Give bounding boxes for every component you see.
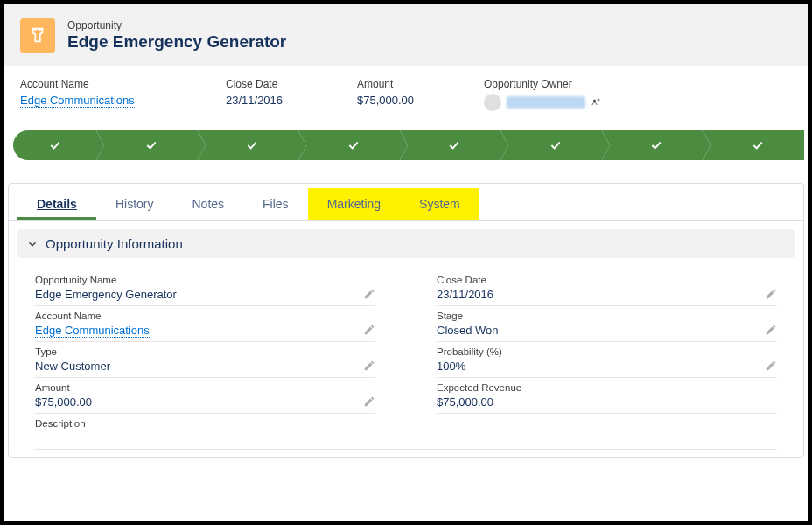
field-value: Edge Communications — [35, 324, 375, 338]
field-label: Type — [35, 346, 375, 357]
path-step[interactable] — [408, 130, 501, 160]
summary-close-date: Close Date 23/11/2016 — [226, 78, 357, 111]
section-header-opportunity-information[interactable]: Opportunity Information — [18, 229, 794, 258]
field-value: $75,000.00 — [35, 396, 375, 410]
field-value: $75,000.00 — [437, 396, 777, 410]
path-step[interactable] — [508, 130, 602, 160]
record-header: Opportunity Edge Emergency Generator — [4, 4, 808, 66]
check-icon — [144, 138, 158, 152]
field-amount: Amount$75,000.00 — [35, 378, 375, 414]
path-step[interactable] — [306, 130, 400, 160]
edit-icon[interactable] — [765, 324, 777, 336]
path-step[interactable] — [206, 130, 299, 160]
field-stage: StageClosed Won — [437, 306, 777, 342]
field-value: 23/11/2016 — [437, 288, 777, 302]
edit-icon[interactable] — [765, 288, 777, 300]
path-steps — [13, 130, 804, 160]
account-link[interactable]: Edge Communications — [20, 94, 135, 108]
field-label: Probability (%) — [437, 346, 777, 357]
check-icon — [447, 138, 461, 152]
tab-marketing[interactable]: Marketing — [308, 188, 400, 220]
check-icon — [48, 138, 62, 152]
field-label: Opportunity Name — [35, 275, 375, 285]
path-step[interactable] — [13, 130, 96, 160]
summary-label: Amount — [357, 78, 484, 90]
record-body: DetailsHistoryNotesFilesMarketingSystem … — [8, 183, 804, 458]
field-value: Edge Emergency Generator — [35, 288, 375, 302]
summary-value: 23/11/2016 — [226, 94, 357, 107]
change-owner-icon[interactable] — [591, 97, 601, 108]
summary-label: Opportunity Owner — [484, 78, 659, 90]
field-probability: Probability (%)100% — [437, 342, 777, 378]
page-title: Edge Emergency Generator — [67, 32, 286, 52]
field-label: Stage — [437, 311, 777, 321]
highlights-panel: Account Name Edge Communications Close D… — [4, 66, 808, 127]
header-text: Opportunity Edge Emergency Generator — [67, 19, 286, 52]
field-account_name: Account NameEdge Communications — [35, 306, 375, 342]
tab-details[interactable]: Details — [18, 188, 96, 220]
edit-icon[interactable] — [363, 324, 375, 336]
path-step[interactable] — [710, 130, 804, 160]
avatar — [484, 94, 501, 111]
field-opportunity_name: Opportunity NameEdge Emergency Generator — [35, 270, 375, 306]
object-label: Opportunity — [67, 19, 286, 32]
summary-account-name: Account Name Edge Communications — [20, 78, 226, 111]
tab-notes[interactable]: Notes — [172, 188, 243, 220]
svg-point-0 — [593, 100, 596, 102]
field-type: TypeNew Customer — [35, 342, 375, 378]
field-value: New Customer — [35, 360, 375, 374]
field-label: Expected Revenue — [437, 382, 777, 393]
sales-path — [4, 127, 808, 164]
path-step[interactable] — [610, 130, 704, 160]
path-step[interactable] — [104, 130, 198, 160]
edit-icon[interactable] — [765, 360, 777, 372]
field-value — [35, 431, 777, 445]
summary-owner: Opportunity Owner — [484, 78, 659, 111]
check-icon — [346, 138, 360, 152]
field-label: Description — [35, 418, 777, 429]
edit-icon[interactable] — [363, 396, 375, 408]
opportunity-icon — [20, 18, 55, 53]
field-label: Amount — [35, 382, 375, 393]
tab-history[interactable]: History — [96, 188, 173, 220]
field-expected_revenue: Expected Revenue$75,000.00 — [437, 378, 777, 414]
check-icon — [245, 138, 259, 152]
field-label: Close Date — [437, 275, 777, 285]
edit-icon[interactable] — [363, 360, 375, 372]
field-value: 100% — [437, 360, 777, 374]
account_name-link[interactable]: Edge Communications — [35, 324, 150, 338]
tabs: DetailsHistoryNotesFilesMarketingSystem — [9, 184, 803, 220]
field-description: Description — [35, 414, 777, 450]
section-title: Opportunity Information — [46, 236, 183, 251]
summary-label: Account Name — [20, 78, 226, 90]
field-label: Account Name — [35, 311, 375, 321]
chevron-down-icon — [26, 238, 38, 250]
tab-files[interactable]: Files — [243, 188, 308, 220]
summary-amount: Amount $75,000.00 — [357, 78, 484, 111]
field-close_date: Close Date23/11/2016 — [437, 270, 777, 306]
summary-label: Close Date — [226, 78, 357, 90]
details-grid: Opportunity NameEdge Emergency Generator… — [9, 267, 803, 457]
check-icon — [649, 138, 663, 152]
check-icon — [751, 138, 765, 152]
summary-value: $75,000.00 — [357, 94, 484, 107]
owner-name-redacted — [507, 96, 585, 108]
check-icon — [549, 138, 563, 152]
app-frame: Opportunity Edge Emergency Generator Acc… — [0, 0, 812, 525]
edit-icon[interactable] — [363, 288, 375, 300]
field-value: Closed Won — [437, 324, 777, 338]
tab-system[interactable]: System — [400, 188, 480, 220]
